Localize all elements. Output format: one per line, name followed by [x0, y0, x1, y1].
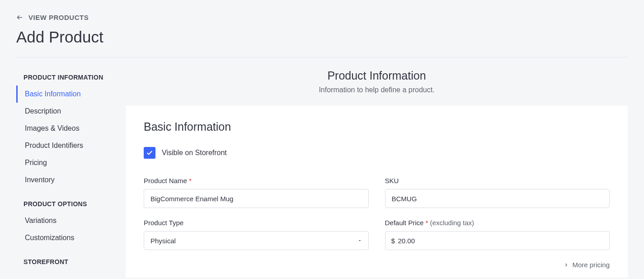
sidebar-group-label-product-options: PRODUCT OPTIONS — [16, 196, 118, 212]
default-price-input[interactable] — [385, 231, 610, 250]
sidebar-group-label-storefront: STOREFRONT — [16, 254, 118, 270]
section-header: Product Information Information to help … — [126, 69, 628, 94]
sidebar-item-basic-information[interactable]: Basic Information — [16, 85, 118, 103]
sidebar-item-product-identifiers[interactable]: Product Identifiers — [16, 137, 118, 154]
sidebar-item-images-videos[interactable]: Images & Videos — [16, 120, 118, 137]
visible-on-storefront-label: Visible on Storefront — [162, 149, 227, 157]
sku-label: SKU — [385, 177, 610, 184]
more-pricing-link[interactable]: More pricing — [144, 261, 610, 269]
product-type-label: Product Type — [144, 219, 369, 227]
required-indicator: * — [426, 219, 428, 227]
divider — [16, 57, 628, 57]
sidebar-item-pricing[interactable]: Pricing — [16, 154, 118, 171]
sidebar-item-description[interactable]: Description — [16, 103, 118, 120]
default-price-hint: (excluding tax) — [430, 219, 475, 227]
section-subtitle: Information to help define a product. — [126, 86, 628, 94]
basic-information-card: Basic Information Visible on Storefront … — [126, 106, 628, 278]
sidebar-item-variations[interactable]: Variations — [16, 212, 118, 229]
required-indicator: * — [189, 177, 192, 184]
back-link-label: VIEW PRODUCTS — [28, 14, 89, 21]
card-title: Basic Information — [144, 120, 610, 133]
page-title: Add Product — [16, 28, 628, 46]
product-name-input[interactable] — [144, 189, 369, 208]
default-price-label: Default Price * (excluding tax) — [385, 219, 610, 227]
sidebar: PRODUCT INFORMATION Basic Information De… — [16, 69, 118, 278]
product-name-label: Product Name * — [144, 177, 369, 184]
more-pricing-label: More pricing — [572, 261, 610, 269]
section-title: Product Information — [126, 69, 628, 82]
arrow-left-icon — [16, 14, 23, 21]
check-icon — [146, 149, 153, 156]
sidebar-item-customizations[interactable]: Customizations — [16, 229, 118, 246]
product-type-value: Physical — [150, 237, 176, 245]
product-type-select[interactable]: Physical — [144, 231, 369, 250]
back-link[interactable]: VIEW PRODUCTS — [16, 14, 89, 21]
sku-input[interactable] — [385, 189, 610, 208]
visible-on-storefront-checkbox[interactable] — [144, 147, 155, 159]
chevron-right-icon — [564, 263, 569, 267]
sidebar-group-label-product-info: PRODUCT INFORMATION — [16, 69, 118, 85]
sidebar-item-inventory[interactable]: Inventory — [16, 171, 118, 189]
